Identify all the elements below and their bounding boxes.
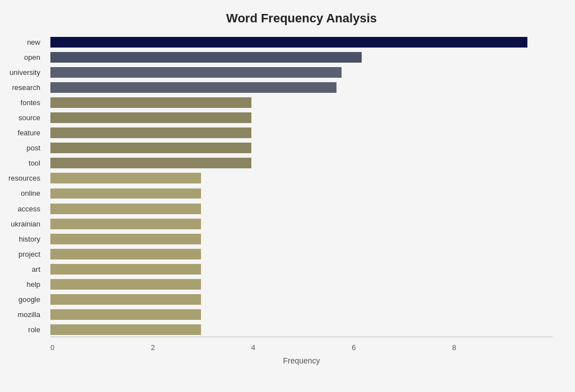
bar-row: research [50,80,553,95]
bar-row: resources [50,171,553,186]
bar-fill [50,37,527,48]
bar-track [50,294,553,305]
x-axis: 02468 Frequency [50,343,553,365]
bar-fill [50,143,251,153]
bar-track [50,97,553,108]
bar-track [50,279,553,290]
bar-row: google [50,292,553,307]
bar-track [50,67,553,78]
bar-row: help [50,277,553,292]
bar-track [50,127,553,138]
bar-track [50,37,553,48]
bar-track [50,52,553,63]
bar-row: new [50,35,553,50]
bar-fill [50,249,201,259]
bar-label: source [1,114,46,122]
bar-fill [50,82,336,93]
bar-fill [50,264,201,275]
bar-label: new [1,38,46,46]
bar-fill [50,324,201,335]
bar-fill [50,67,342,78]
x-tick: 4 [251,343,255,352]
chart-area: newopenuniversityresearchfontessourcefea… [50,35,553,337]
bar-track [50,219,553,229]
bar-row: university [50,65,553,80]
bar-fill [50,173,201,183]
x-axis-label: Frequency [283,356,320,365]
bar-label: ukrainian [1,220,46,228]
bar-label: google [1,295,46,304]
bar-fill [50,294,201,305]
bar-label: art [1,265,46,273]
bar-row: source [50,110,553,125]
bar-row: fontes [50,95,553,110]
bar-label: access [1,205,46,213]
bar-fill [50,97,251,108]
bar-track [50,324,553,335]
bar-fill [50,158,251,168]
x-tick: 8 [452,343,456,352]
bar-label: mozilla [1,310,46,319]
bars-wrapper: newopenuniversityresearchfontessourcefea… [50,35,553,337]
bar-fill [50,279,201,290]
bar-fill [50,219,201,229]
bar-row: tool [50,155,553,171]
bar-row: history [50,232,553,247]
x-tick: 2 [151,343,155,352]
bar-row: ukrainian [50,216,553,232]
bar-label: tool [1,159,46,167]
bar-fill [50,234,201,244]
bar-track [50,112,553,123]
bar-label: role [1,325,46,334]
x-tick: 0 [50,343,54,352]
bar-track [50,188,553,199]
bar-row: online [50,186,553,201]
bar-fill [50,112,251,123]
chart-container: Word Frequency Analysis newopenuniversit… [0,0,575,392]
bar-label: online [1,189,46,197]
bar-track [50,143,553,153]
bar-label: resources [1,174,46,182]
bar-label: help [1,280,46,289]
bar-row: project [50,247,553,262]
bar-label: feature [1,129,46,137]
bar-fill [50,52,362,63]
bar-track [50,204,553,214]
bar-track [50,173,553,183]
bar-row: post [50,140,553,155]
bar-fill [50,188,201,199]
bar-track [50,309,553,320]
bar-row: art [50,262,553,277]
bar-label: history [1,235,46,243]
axis-line [50,337,553,337]
chart-title: Word Frequency Analysis [50,11,553,26]
bar-track [50,234,553,244]
bar-row: role [50,322,553,337]
x-ticks: 02468 [50,343,553,352]
bar-track [50,158,553,168]
bar-track [50,264,553,275]
bar-label: university [1,68,46,77]
bar-label: research [1,83,46,92]
bar-row: feature [50,125,553,140]
bar-label: open [1,53,46,62]
bar-label: fontes [1,98,46,107]
bar-label: project [1,250,46,258]
bar-fill [50,127,251,138]
x-tick: 6 [352,343,356,352]
bar-track [50,82,553,93]
bar-row: open [50,50,553,65]
bar-row: mozilla [50,307,553,322]
bar-row: access [50,201,553,216]
bar-fill [50,309,201,320]
bar-label: post [1,144,46,152]
bar-track [50,249,553,259]
bar-fill [50,204,201,214]
